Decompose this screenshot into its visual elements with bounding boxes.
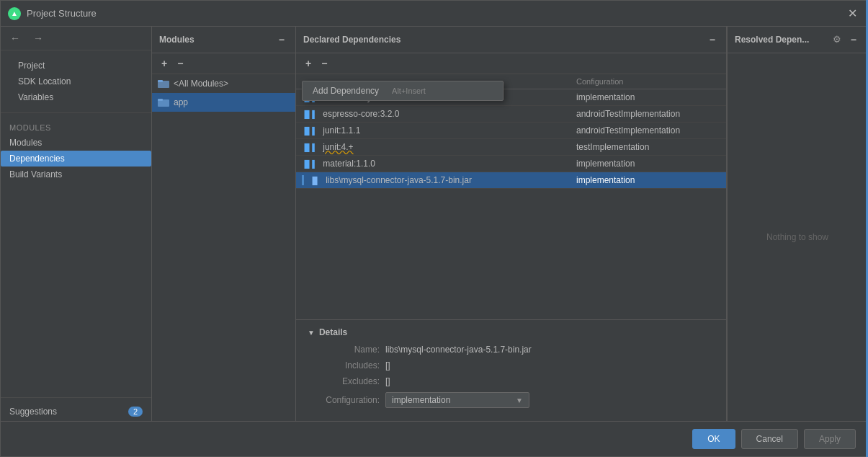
resolved-content: Nothing to show [728, 53, 867, 421]
dep-row-material[interactable]: ▐▌▌ material:1.1.0 implementation [296, 156, 726, 172]
dep-row-config-4: androidTestImplementation [576, 125, 720, 136]
add-dependency-shortcut: Alt+Insert [392, 86, 426, 95]
modules-list: <All Modules> app [152, 74, 295, 421]
details-includes-row: Includes: [] [308, 360, 715, 371]
back-button[interactable]: ← [6, 31, 24, 45]
dep-panel-header: Declared Dependencies − [296, 27, 726, 53]
apply-button[interactable]: Apply [804, 429, 856, 449]
app-folder-icon [158, 97, 169, 108]
svg-rect-1 [158, 80, 163, 82]
dep-bar-icon-4: ▐▌▌ [302, 127, 317, 135]
sidebar-divider-1 [1, 112, 151, 113]
right-accent [866, 27, 867, 421]
dep-bar-icon-7: ▐▌ [310, 177, 320, 185]
sidebar-item-project[interactable]: Project [9, 58, 146, 74]
config-select-arrow: ▼ [516, 396, 523, 404]
resolved-minimize-button[interactable]: − [847, 32, 860, 47]
dep-row-junit4[interactable]: ▐▌▌ junit:4.+ testImplementation [296, 139, 726, 156]
resolved-header: Resolved Depen... ⚙ − [728, 27, 867, 53]
details-excludes-row: Excludes: [] [308, 376, 715, 386]
dep-row-config-5: testImplementation [576, 142, 720, 152]
details-excludes-label: Excludes: [308, 376, 380, 386]
nothing-to-show-label: Nothing to show [766, 232, 828, 242]
suggestions-badge: 2 [128, 407, 143, 417]
sidebar: ← → Project SDK Location Variables Modul… [1, 27, 152, 421]
svg-rect-3 [158, 99, 163, 101]
selected-accent [302, 175, 304, 185]
dependencies-panel: Declared Dependencies − + − Add Dependen… [296, 27, 727, 421]
dep-bar-icon-5: ▐▌▌ [302, 143, 317, 151]
sidebar-item-sdk-location[interactable]: SDK Location [9, 74, 146, 89]
add-dependency-menu: Add Dependency Alt+Insert [302, 81, 504, 101]
dep-row-name-6: material:1.1.0 [323, 159, 571, 169]
modules-panel-header: Modules − [152, 27, 295, 53]
details-section: ▼ Details Name: libs\mysql-connector-jav… [296, 319, 726, 421]
cancel-button[interactable]: Cancel [741, 429, 798, 449]
modules-panel-title: Modules [159, 35, 194, 45]
android-icon: ▲ [8, 7, 21, 20]
dialog-title: Project Structure [27, 8, 839, 19]
dep-row-config-3: androidTestImplementation [576, 109, 720, 119]
resolved-panel: Resolved Depen... ⚙ − Nothing to show [727, 27, 867, 421]
details-config-select[interactable]: implementation ▼ [385, 392, 529, 408]
dep-bar-icon-6: ▐▌▌ [302, 160, 317, 168]
sidebar-nav: ← → [1, 27, 151, 50]
bottom-bar: OK Cancel Apply [1, 421, 867, 456]
details-config-row: Configuration: implementation ▼ [308, 392, 715, 408]
dep-row-config-7: implementation [576, 175, 720, 185]
details-config-label: Configuration: [308, 395, 380, 405]
details-title: Details [319, 327, 347, 337]
dep-minimize-button[interactable]: − [706, 32, 719, 47]
dep-panel-title: Declared Dependencies [303, 35, 401, 45]
close-button[interactable]: ✕ [845, 5, 860, 22]
sidebar-top-section: Project SDK Location Variables [1, 50, 151, 108]
modules-minimize-button[interactable]: − [275, 32, 288, 47]
sidebar-item-build-variants[interactable]: Build Variants [1, 167, 151, 182]
details-excludes-value: [] [385, 376, 390, 386]
add-dependency-menu-item[interactable]: Add Dependency Alt+Insert [303, 81, 503, 100]
dep-toolbar-container: + − Add Dependency Alt+Insert [296, 53, 726, 74]
dep-row-config-6: implementation [576, 159, 720, 169]
resolved-toolbar: ⚙ − [830, 32, 860, 47]
project-structure-dialog: ▲ Project Structure ✕ ← → Project SDK Lo… [0, 0, 868, 457]
modules-add-button[interactable]: + [158, 56, 171, 71]
col-config-header: Configuration [576, 77, 720, 86]
dep-table: ▐▌▌ constraintlayout:1.1.3 implementatio… [296, 89, 726, 319]
dep-row-name-7: libs\mysql-connector-java-5.1.7-bin.jar [326, 175, 571, 185]
details-name-row: Name: libs\mysql-connector-java-5.1.7-bi… [308, 345, 715, 355]
dep-add-button[interactable]: + [302, 56, 315, 71]
dep-remove-button[interactable]: − [318, 56, 331, 71]
modules-panel: Modules − + − <All Modules> [152, 27, 296, 421]
details-config-value: implementation [392, 395, 450, 405]
dep-row-mysql[interactable]: ▐▌ libs\mysql-connector-java-5.1.7-bin.j… [296, 172, 726, 189]
modules-remove-button[interactable]: − [174, 56, 187, 71]
sidebar-item-dependencies[interactable]: Dependencies [1, 151, 151, 167]
details-name-value: libs\mysql-connector-java-5.1.7-bin.jar [385, 345, 532, 355]
dep-row-name-3: espresso-core:3.2.0 [323, 109, 571, 119]
module-item-all[interactable]: <All Modules> [152, 74, 295, 93]
title-bar: ▲ Project Structure ✕ [1, 1, 867, 27]
details-includes-label: Includes: [308, 360, 380, 371]
dep-row-name-4: junit:1.1.1 [323, 125, 571, 136]
sidebar-item-variables[interactable]: Variables [9, 89, 146, 105]
dep-row-junit111[interactable]: ▐▌▌ junit:1.1.1 androidTestImplementatio… [296, 123, 726, 139]
dep-row-name-5: junit:4.+ [323, 142, 571, 152]
details-includes-value: [] [385, 360, 390, 371]
details-name-label: Name: [308, 345, 380, 355]
ok-button[interactable]: OK [692, 429, 735, 449]
add-dependency-label: Add Dependency [313, 86, 379, 96]
sidebar-divider-2 [1, 397, 151, 398]
main-content: ← → Project SDK Location Variables Modul… [1, 27, 867, 421]
forward-button[interactable]: → [30, 31, 47, 45]
details-collapse-arrow: ▼ [308, 329, 315, 337]
suggestions-item[interactable]: Suggestions 2 [1, 402, 151, 421]
details-header[interactable]: ▼ Details [308, 327, 715, 337]
resolved-settings-icon[interactable]: ⚙ [830, 32, 844, 47]
dep-bar-icon-3: ▐▌▌ [302, 110, 317, 118]
dep-row-espresso[interactable]: ▐▌▌ espresso-core:3.2.0 androidTestImple… [296, 106, 726, 123]
dep-row-config-2: implementation [576, 92, 720, 102]
modules-toolbar: + − [152, 53, 295, 74]
sidebar-group-modules: Modules [1, 117, 151, 135]
sidebar-item-modules[interactable]: Modules [1, 135, 151, 151]
module-item-app[interactable]: app [152, 93, 295, 112]
